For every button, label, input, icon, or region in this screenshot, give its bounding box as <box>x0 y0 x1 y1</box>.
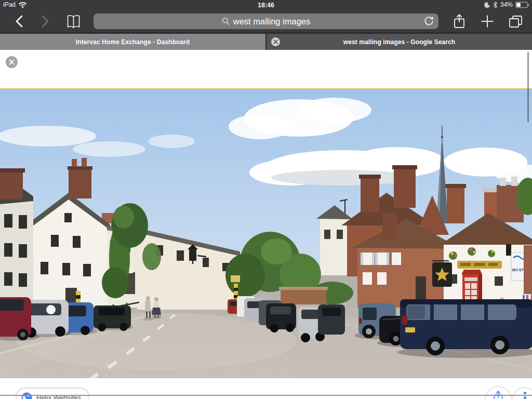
close-icon <box>9 59 15 65</box>
forward-button[interactable] <box>37 10 53 32</box>
tab-close-button[interactable] <box>271 37 280 46</box>
bluetooth-icon <box>493 2 498 8</box>
street-photo[interactable]: SKI STORE <box>0 89 532 378</box>
page-scrollbar[interactable] <box>527 52 529 122</box>
share-icon <box>453 14 466 29</box>
tab-title: Intervac Home Exchange - Dashboard <box>76 38 190 46</box>
address-bar[interactable]: west malling images <box>94 14 438 29</box>
bottom-divider <box>0 395 532 396</box>
tab-switcher-button[interactable] <box>506 10 525 32</box>
reload-button[interactable] <box>423 16 434 29</box>
source-website-button[interactable]: Helix Websites <box>16 388 89 399</box>
browser-toolbar: west malling images <box>0 10 532 33</box>
tab-intervac-dashboard[interactable]: Intervac Home Exchange - Dashboard <box>0 34 265 50</box>
close-icon <box>273 39 278 44</box>
clock: 18:46 <box>0 2 532 9</box>
phone-box <box>461 270 482 304</box>
tabs-icon <box>508 15 523 29</box>
back-button[interactable] <box>11 10 27 32</box>
battery-percent: 34% <box>500 1 513 8</box>
image-viewer-close-button[interactable] <box>6 56 18 68</box>
new-tab-button[interactable] <box>479 10 496 32</box>
safari-window: iPad 18:46 34% <box>0 0 532 399</box>
battery-icon <box>515 2 529 8</box>
tab-title: west malling images - Google Search <box>343 38 456 46</box>
moon-icon <box>484 2 490 8</box>
bookmarks-button[interactable] <box>64 10 82 32</box>
plus-icon <box>481 15 494 28</box>
open-book-icon <box>66 14 81 29</box>
pub-star-sign <box>432 261 452 287</box>
search-icon <box>222 17 230 25</box>
share-button[interactable] <box>451 10 468 32</box>
tab-google-search[interactable]: west malling images - Google Search <box>267 34 532 50</box>
address-text: west malling images <box>233 17 311 26</box>
status-bar: iPad 18:46 34% <box>0 0 532 10</box>
navy-estate-car <box>397 299 532 358</box>
tab-bar: Intervac Home Exchange - Dashboard west … <box>0 32 532 50</box>
